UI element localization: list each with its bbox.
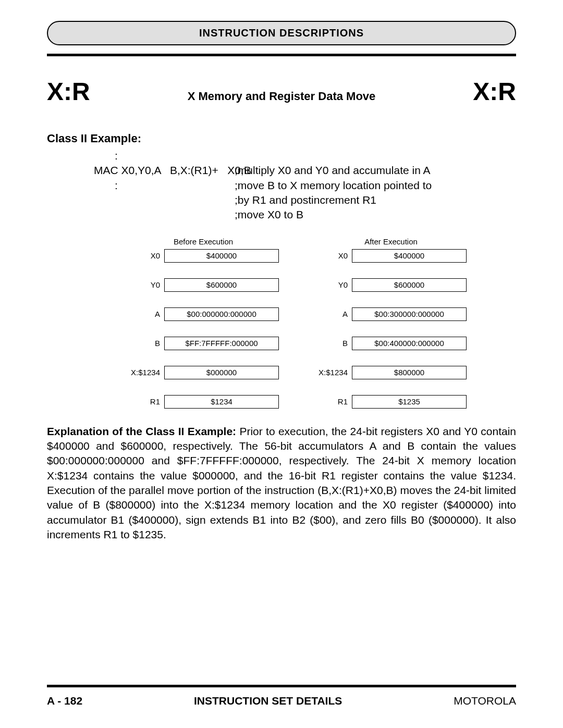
page-footer: A - 182 INSTRUCTION SET DETAILS MOTOROLA (47, 685, 516, 707)
section-header: INSTRUCTION DESCRIPTIONS (47, 21, 516, 45)
register-row: B $00:400000:000000 (315, 337, 467, 350)
reg-value: $1235 (352, 395, 467, 409)
register-row: A $00:000000:000000 (128, 307, 279, 321)
reg-label: X0 (128, 251, 164, 260)
reg-label: Y0 (315, 280, 352, 289)
reg-value: $1234 (164, 395, 279, 409)
reg-value: $600000 (352, 278, 467, 292)
explanation-paragraph: Explanation of the Class II Example: Pri… (47, 424, 516, 542)
register-row: X0 $400000 (315, 249, 467, 263)
reg-value: $600000 (164, 278, 279, 292)
reg-label: X:$1234 (128, 368, 164, 377)
code-right: ;by R1 and postincrement R1 (235, 193, 516, 207)
code-right: ;move B to X memory location pointed to (235, 178, 516, 193)
reg-label: X0 (315, 251, 352, 260)
explanation-body: Prior to execution, the 24-bit registers… (47, 425, 516, 540)
register-row: A $00:300000:000000 (315, 307, 467, 321)
explanation-lead: Explanation of the Class II Example: (47, 425, 239, 437)
register-row: R1 $1235 (315, 395, 467, 409)
register-row: R1 $1234 (128, 395, 279, 409)
register-row: X:$1234 $800000 (315, 366, 467, 379)
register-row: Y0 $600000 (315, 278, 467, 292)
instruction-subtitle: X Memory and Register Data Move (90, 90, 473, 103)
reg-value: $FF:7FFFFF:000000 (164, 337, 279, 350)
mnemonic-right: X:R (473, 77, 516, 106)
before-execution-column: Before Execution X0 $400000 Y0 $600000 A… (128, 237, 279, 409)
mnemonic-left: X:R (47, 77, 90, 106)
reg-label: X:$1234 (315, 368, 352, 377)
after-execution-column: After Execution X0 $400000 Y0 $600000 A … (315, 237, 467, 409)
register-row: X0 $400000 (128, 249, 279, 263)
register-row: B $FF:7FFFFF:000000 (128, 337, 279, 350)
example-heading: Class II Example: (47, 132, 516, 145)
reg-label: B (315, 339, 352, 348)
reg-value: $800000 (352, 366, 467, 379)
before-title: Before Execution (174, 237, 233, 246)
reg-label: A (315, 310, 352, 318)
code-left: : (47, 178, 235, 193)
header-rule (47, 54, 516, 56)
footer-vendor: MOTOROLA (454, 695, 516, 707)
code-right: ;move X0 to B (235, 207, 516, 222)
reg-label: R1 (128, 397, 164, 406)
reg-value: $400000 (164, 249, 279, 263)
page-number: A - 182 (47, 695, 82, 707)
code-left (47, 207, 235, 222)
reg-value: $000000 (164, 366, 279, 379)
reg-label: Y0 (128, 280, 164, 289)
reg-label: B (128, 339, 164, 348)
code-left: : (47, 149, 235, 163)
after-title: After Execution (364, 237, 418, 246)
register-row: X:$1234 $000000 (128, 366, 279, 379)
reg-value: $00:300000:000000 (352, 307, 467, 321)
code-right (235, 149, 516, 163)
code-left (47, 193, 235, 207)
reg-value: $400000 (352, 249, 467, 263)
register-row: Y0 $600000 (128, 278, 279, 292)
footer-rule (47, 685, 516, 687)
code-example: : MAC X0,Y0,A B,X:(R1)+ X0,B ;multiply X… (47, 149, 516, 223)
code-right: ;multiply X0 and Y0 and accumulate in A (235, 163, 516, 178)
reg-value: $00:000000:000000 (164, 307, 279, 321)
footer-title: INSTRUCTION SET DETAILS (82, 695, 454, 707)
code-left: MAC X0,Y0,A B,X:(R1)+ X0,B (47, 163, 235, 178)
instruction-title-row: X:R X Memory and Register Data Move X:R (47, 77, 516, 106)
reg-label: A (128, 310, 164, 318)
reg-label: R1 (315, 397, 352, 406)
execution-tables: Before Execution X0 $400000 Y0 $600000 A… (47, 237, 516, 409)
reg-value: $00:400000:000000 (352, 337, 467, 350)
